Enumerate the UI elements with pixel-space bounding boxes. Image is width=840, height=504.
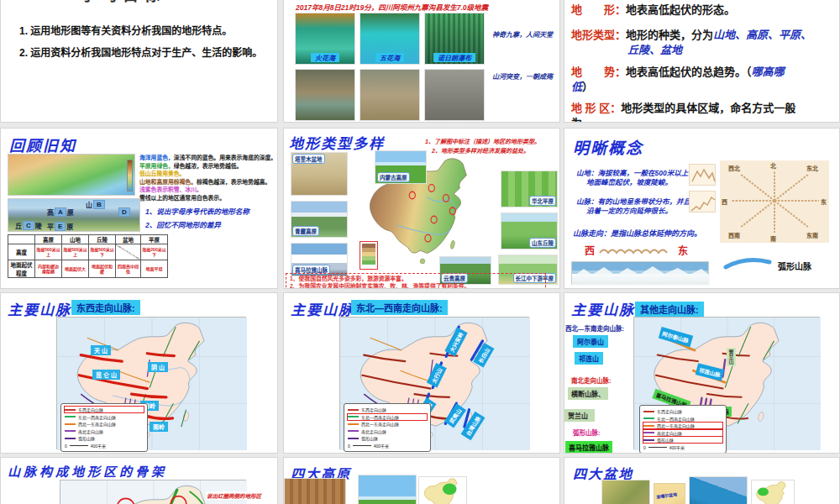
panorama-image: 高A原 山B D 丘C陵 平E原 bbox=[8, 198, 140, 232]
range-chip-himalaya: 喜马拉雅山脉 bbox=[565, 441, 612, 454]
legend-label: 西北—东南走向山脉 bbox=[78, 421, 116, 427]
color-legend-lead: 低山丘陵用黄色。 bbox=[139, 171, 185, 176]
slide-6-concepts[interactable]: 明晰概念 山地：海拔较高，一般在500米以上， 地面峰峦起伏，坡度陡峻。 山脉：… bbox=[564, 128, 840, 289]
range-label-yinshan: 阴 山 bbox=[148, 362, 168, 372]
callout-label: 内蒙古高原 bbox=[377, 172, 410, 182]
slide-sorter-grid: 学习目标 1. 运用地形图等有关资料分析我国的地形特点。 2. 运用资料分析我国… bbox=[0, 0, 840, 504]
range-label-kunlun: 昆 仑 山 bbox=[92, 370, 120, 380]
color-legend-lead: 平原用绿色， bbox=[139, 163, 174, 169]
objective-item: 1. 运用地形图等有关资料分析我国的地形特点。 bbox=[19, 23, 271, 37]
arc-group-heading: 弧形山脉: bbox=[573, 428, 601, 437]
objective-number: 2. bbox=[19, 47, 28, 59]
china-ranges-map: 阿尔泰山脉 祁连山脉 贺兰山 横断山脉 喜马拉雅山脉 东西走向山脉 东北—西南走… bbox=[633, 317, 820, 449]
def-dishi: 地表高低起伏的总趋势。（ bbox=[626, 66, 752, 78]
terrain-char: 丘 bbox=[15, 221, 22, 230]
basin-location-map bbox=[751, 480, 795, 504]
legend-swatch bbox=[348, 430, 359, 432]
arc-shape-icon bbox=[722, 255, 774, 275]
legend-label: 东西走向山脉 bbox=[78, 407, 103, 412]
term-dixing-leixing: 地形类型： bbox=[571, 29, 626, 41]
orientation-diagram: 北 东北 西北 西 东 西南 南 东南 bbox=[720, 160, 829, 243]
table-cell: 海拔500米以上 bbox=[35, 244, 62, 260]
range-label-tianshan: 天 山 bbox=[91, 345, 111, 355]
ew-ranges-tag: 东西走向山脉: bbox=[71, 300, 140, 315]
slide-2-jiuzhaigou[interactable]: 2017年8月8日21时19分，四川阿坝州九寨沟县发生7.0级地震 火花海 五花… bbox=[283, 0, 560, 123]
objective-text: 运用资料分析我国地形特点对于生产、生活的影响。 bbox=[30, 47, 262, 59]
nwse-group-heading: 西北—东南走向山脉: bbox=[565, 323, 624, 333]
slide9-title: 主要山脉 bbox=[571, 298, 635, 319]
color-legend-rest: 深浅不同的蓝色。用来表示海底的深度。 bbox=[174, 155, 276, 160]
slide-1-objectives[interactable]: 学习目标 1. 运用地形图等有关资料分析我国的地形特点。 2. 运用资料分析我国… bbox=[0, 0, 278, 123]
china-ranges-map: 大兴安岭 长白山 太行山 巫山 雪峰山 武夷山 台湾山脉 东西走向山脉 东北—西… bbox=[339, 317, 529, 449]
color-legend-lead: 雪线以上的地区通常用白色表示。 bbox=[139, 195, 225, 201]
slide-12-basins[interactable]: 四大盆地 准噶尔盆地 bbox=[564, 457, 840, 504]
range-def-line: 沿着一定的方向延伸很长。 bbox=[586, 205, 672, 215]
benefits-box: 1、使我国自然风光多姿多彩，旅游资源丰富。 2、为我国农业发展中因地制宜实施农、… bbox=[286, 273, 546, 289]
range-chip-hengduan: 横断山脉、 bbox=[568, 387, 608, 400]
range-chip-qilianshan: 祁连山 bbox=[575, 352, 603, 365]
mountain-def-line: 地面峰峦起伏，坡度陡峻。 bbox=[586, 176, 672, 186]
landform-types-script-2: 丘陵、盆地 bbox=[627, 41, 682, 57]
west-label: 西 bbox=[585, 245, 595, 257]
slide-8-nesw-ranges[interactable]: 主要山脉 东北—西南走向山脉: bbox=[283, 292, 560, 454]
snow-mountain-panorama bbox=[571, 261, 709, 285]
dir-southwest: 西南 bbox=[728, 231, 740, 239]
trend-def-line: 山脉走向：是指山脉总体延伸的方向。 bbox=[573, 228, 701, 239]
objective-text: 运用地形图等有关资料分析我国的地形特点。 bbox=[30, 25, 232, 37]
table-row-label: 地面起伏程度 bbox=[8, 260, 35, 278]
range-label-nanling: 南岭 bbox=[150, 422, 168, 432]
terrain-char: 高 bbox=[47, 207, 54, 217]
terrain-letter: C bbox=[23, 221, 34, 230]
color-legend-rest: 棕褐色越深，表示地势越高。 bbox=[197, 179, 270, 185]
slide-5-landform-types[interactable]: 地形类型多样 1、了解图中标注（描述）地区的地形类型。 2、地形类型多样对经济发… bbox=[283, 128, 560, 289]
table-header bbox=[8, 235, 35, 244]
photo-damage-2 bbox=[360, 69, 420, 121]
legend-label: 东西走向山脉 bbox=[657, 408, 682, 414]
slide-7-ew-ranges[interactable]: 主要山脉 东西走向山脉: 天 山 bbox=[0, 292, 278, 454]
legend-label: 东北—西南走向山脉 bbox=[78, 414, 116, 420]
callout-label: 塔里木盆地 bbox=[292, 154, 325, 164]
slide-9-other-ranges[interactable]: 主要山脉 其他走向山脉: 西北—东南走向山脉: 阿尔泰山 祁连山 南北走向山脉:… bbox=[564, 292, 840, 454]
callout-label: 华北平原 bbox=[529, 196, 556, 206]
legend-label: 南北走向山脉 bbox=[78, 428, 103, 434]
legend-label: 弧形山脉 bbox=[361, 435, 378, 441]
photo-tarim-basin: 塔里木盆地 bbox=[291, 152, 348, 196]
legend-label: 西北—东南走向山脉 bbox=[657, 423, 695, 428]
photo-label: 五花海 bbox=[375, 53, 404, 62]
table-header: 平原 bbox=[141, 235, 168, 244]
slide-10-skeleton[interactable]: 山脉构成地形区的骨架 说出红圈两侧的地形区 bbox=[0, 457, 278, 504]
callout-label: 青藏高原 bbox=[292, 226, 319, 236]
table-cell: 地面起伏大 bbox=[62, 260, 89, 278]
legend-swatch bbox=[65, 416, 76, 417]
task-text: 1、说出字母序号代表的地形名称 bbox=[145, 206, 249, 216]
terrain-char: 平 bbox=[47, 222, 54, 231]
topo-map-legend-strip bbox=[127, 160, 133, 192]
terrain-char: 山 bbox=[86, 200, 92, 209]
east-label: 东 bbox=[678, 245, 688, 257]
slide10-title: 山脉构成地形区的骨架 bbox=[8, 462, 167, 480]
plateau-location-map bbox=[418, 476, 467, 504]
legend-label: 东西走向山脉 bbox=[361, 407, 386, 412]
table-header: 盆地 bbox=[116, 235, 141, 244]
legend-label: 东北—西南走向山脉 bbox=[657, 416, 695, 422]
photo-loess-plateau bbox=[284, 478, 346, 504]
legend-swatch bbox=[65, 409, 76, 411]
legend-swatch bbox=[65, 423, 76, 425]
slide-3-definitions[interactable]: 地 形：地表高低起伏的形态。 地形类型：地形的种类，分为山地、高原、平原、 丘陵… bbox=[564, 0, 840, 123]
slide-11-plateaus[interactable]: 四大高原 bbox=[283, 457, 560, 504]
photo-nuorilang-waterfall: 诺日朗瀑布 bbox=[424, 13, 485, 65]
earthquake-headline: 2017年8月8日21时19分，四川阿坝州九寨沟县发生7.0级地震 bbox=[296, 2, 488, 12]
range-chip-aertaishan: 阿尔泰山 bbox=[573, 335, 608, 348]
topo-map-image bbox=[8, 154, 135, 196]
slide-4-review[interactable]: 回顾旧知 海洋用蓝色，深浅不同的蓝色。用来表示海底的深度。 平原用绿色，绿色越浓… bbox=[0, 128, 278, 289]
legend-scale: 0400千米 bbox=[65, 443, 144, 449]
ns-group-heading: 南北走向山脉: bbox=[571, 375, 612, 385]
dir-east: 东 bbox=[821, 197, 827, 206]
task-text: 2、回忆不同地形的差异 bbox=[145, 219, 221, 229]
photo-basin-desert bbox=[601, 480, 650, 504]
color-legend-rest: 绿色越浓，表示地势越低。 bbox=[174, 163, 243, 169]
terrain-char: 原 bbox=[67, 207, 74, 217]
elevation-legend bbox=[360, 241, 378, 270]
terrain-letter: E bbox=[55, 222, 66, 231]
skeleton-note: 说出红圈两侧的地形区 bbox=[206, 491, 262, 500]
